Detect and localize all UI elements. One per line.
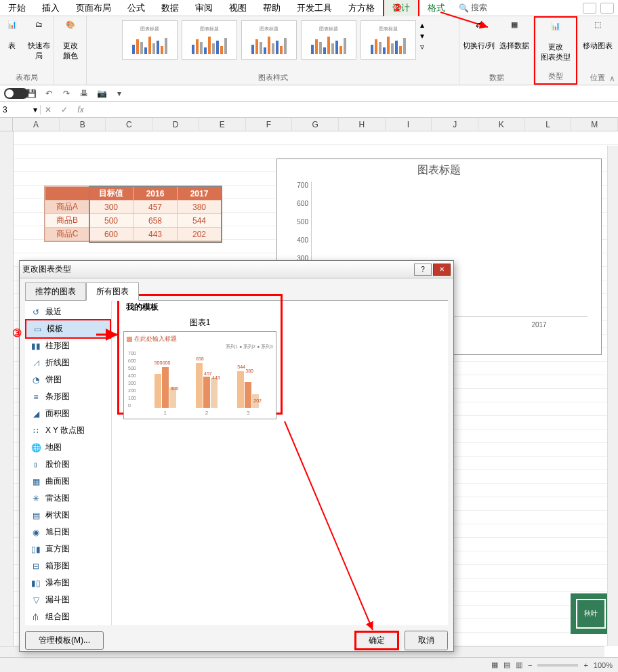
change-chart-type-button[interactable]: 📊 更改 图表类型 xyxy=(539,19,572,62)
style-down-icon[interactable]: ▾ xyxy=(420,31,424,41)
view-pagelayout-icon[interactable]: ▤ xyxy=(503,660,510,669)
col-K[interactable]: K xyxy=(478,118,525,131)
col-C[interactable]: C xyxy=(106,118,152,131)
tab-review[interactable]: 审阅 xyxy=(187,0,221,16)
search-box[interactable]: 🔍 搜索 xyxy=(459,2,487,14)
cell[interactable]: 202 xyxy=(178,228,222,241)
name-box[interactable]: 3 ▾ xyxy=(0,105,41,114)
cat-line[interactable]: ⩘折线图 xyxy=(25,354,111,371)
close-button[interactable]: ✕ xyxy=(433,264,451,276)
tab-home[interactable]: 开始 xyxy=(0,0,34,16)
cat-boxplot[interactable]: ⊟箱形图 xyxy=(25,558,111,574)
col-M[interactable]: M xyxy=(571,118,618,131)
collapse-ribbon-icon[interactable]: ∧ xyxy=(609,74,615,83)
vertical-scrollbar[interactable] xyxy=(607,146,618,646)
chart-style-2[interactable]: 图表标题 xyxy=(182,20,237,60)
style-up-icon[interactable]: ▴ xyxy=(420,20,424,30)
style-more-icon[interactable]: ▿ xyxy=(420,42,424,51)
zoom-out-icon[interactable]: − xyxy=(528,661,532,669)
formula-input[interactable] xyxy=(92,104,615,114)
tab-formulas[interactable]: 公式 xyxy=(119,0,153,16)
col-F[interactable]: F xyxy=(246,118,293,131)
chart-style-1[interactable]: 图表标题 xyxy=(122,20,178,60)
cat-map[interactable]: 🌐地图 xyxy=(25,439,111,456)
col-G[interactable]: G xyxy=(292,118,339,131)
tab-pagelayout[interactable]: 页面布局 xyxy=(68,0,119,16)
col-L[interactable]: L xyxy=(525,118,572,131)
redo-icon[interactable]: ↷ xyxy=(60,87,73,100)
tab-view[interactable]: 视图 xyxy=(221,0,255,16)
cat-surface[interactable]: ▦曲面图 xyxy=(25,473,111,490)
cat-recent[interactable]: ↺最近 xyxy=(25,303,111,320)
qat-more-icon[interactable]: ▾ xyxy=(113,87,125,100)
select-data-button[interactable]: ▦ 选择数据 xyxy=(498,18,531,51)
zoom-slider[interactable] xyxy=(537,664,578,667)
cat-treemap[interactable]: ▤树状图 xyxy=(25,507,111,524)
comment-icon[interactable] xyxy=(600,3,614,14)
cat-bar[interactable]: ≡条形图 xyxy=(25,388,111,405)
tab-recommended[interactable]: 推荐的图表 xyxy=(25,282,86,301)
tab-developer[interactable]: 开发工具 xyxy=(289,0,340,16)
col-J[interactable]: J xyxy=(432,118,478,131)
tab-format[interactable]: 格式 xyxy=(419,0,453,16)
tab-help[interactable]: 帮助 xyxy=(255,0,289,16)
cell[interactable]: 544 xyxy=(178,214,222,228)
col-D[interactable]: D xyxy=(152,118,199,131)
manage-templates-button[interactable]: 管理模板(M)... xyxy=(25,631,104,650)
col-B[interactable]: B xyxy=(60,118,106,131)
chart-style-5[interactable]: 图表标题 xyxy=(360,20,416,60)
quick-layout-button[interactable]: 🗂 快速布局 xyxy=(26,18,53,61)
col-A[interactable]: A xyxy=(13,118,60,131)
cancel-formula-icon[interactable]: ✕ xyxy=(43,105,53,114)
cat-scatter[interactable]: ∷X Y 散点图 xyxy=(25,422,111,439)
cat-radar[interactable]: ✳雷达图 xyxy=(25,490,111,507)
cat-templates[interactable]: ▭模板 xyxy=(25,319,111,339)
template-thumbnail[interactable]: 在此处输入标题 系列1 ● 系列2 ● 系列3 0100200300400500… xyxy=(123,331,276,419)
undo-icon[interactable]: ↶ xyxy=(43,87,55,100)
share-icon[interactable] xyxy=(583,3,596,14)
fx-icon[interactable]: fx xyxy=(76,105,85,114)
row-name-A[interactable]: 商品A xyxy=(45,201,89,214)
cat-histogram[interactable]: ▯▮直方图 xyxy=(25,541,111,558)
chart-style-4[interactable]: 图表标题 xyxy=(301,20,356,60)
cat-waterfall[interactable]: ▮▯瀑布图 xyxy=(25,574,111,591)
col-I[interactable]: I xyxy=(386,118,432,131)
cell[interactable]: 457 xyxy=(133,201,178,214)
view-normal-icon[interactable]: ▦ xyxy=(491,660,498,669)
cell[interactable]: 658 xyxy=(133,214,178,228)
chart-style-3[interactable]: 图表标题 xyxy=(241,20,297,60)
cat-combo[interactable]: ⫛组合图 xyxy=(25,608,111,625)
chart-title[interactable]: 图表标题 xyxy=(277,159,601,182)
tab-insert[interactable]: 插入 xyxy=(34,0,68,16)
change-colors-button[interactable]: 🎨 更改 颜色 xyxy=(54,18,87,61)
camera-icon[interactable]: 📷 xyxy=(96,87,108,100)
cell[interactable]: 380 xyxy=(178,201,222,214)
cell[interactable]: 600 xyxy=(89,228,133,241)
row-name-B[interactable]: 商品B xyxy=(45,214,89,228)
print-icon[interactable]: 🖶 xyxy=(78,87,90,100)
cell[interactable]: 500 xyxy=(89,214,133,228)
cat-area[interactable]: ◢面积图 xyxy=(25,405,111,422)
ok-button[interactable]: 确定 xyxy=(354,631,399,650)
tab-data[interactable]: 数据 xyxy=(153,0,187,16)
tab-allcharts[interactable]: 所有图表 xyxy=(86,282,139,301)
cat-stock[interactable]: ⫾股价图 xyxy=(25,456,111,473)
cat-column[interactable]: ▮▮柱形图 xyxy=(25,337,111,354)
switch-row-col-button[interactable]: ⇄ 切换行/列 xyxy=(463,18,495,51)
col-H[interactable]: H xyxy=(339,118,386,131)
cat-sunburst[interactable]: ◉旭日图 xyxy=(25,524,111,541)
cat-funnel[interactable]: ▽漏斗图 xyxy=(25,591,111,608)
cat-pie[interactable]: ◔饼图 xyxy=(25,371,111,388)
zoom-in-icon[interactable]: + xyxy=(583,661,588,669)
zoom-level[interactable]: 100% xyxy=(594,661,613,669)
cell[interactable]: 300 xyxy=(89,201,133,214)
select-all-corner[interactable] xyxy=(0,118,13,131)
cancel-button[interactable]: 取消 xyxy=(405,631,448,650)
col-E[interactable]: E xyxy=(199,118,246,131)
view-pagebreak-icon[interactable]: ▥ xyxy=(516,660,522,669)
row-name-C[interactable]: 商品C xyxy=(45,228,89,241)
tab-fangfang[interactable]: 方方格 xyxy=(340,0,383,16)
cell[interactable]: 443 xyxy=(133,228,178,241)
enter-formula-icon[interactable]: ✓ xyxy=(60,105,69,114)
add-element-button[interactable]: 📊 表 xyxy=(1,18,23,51)
